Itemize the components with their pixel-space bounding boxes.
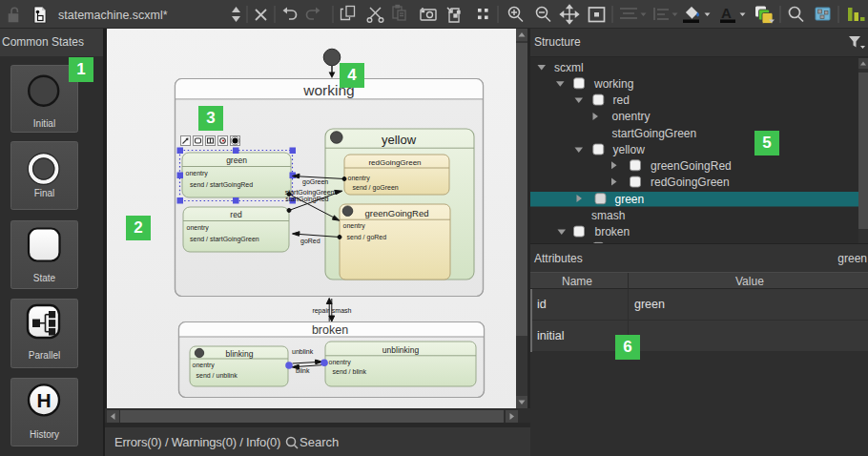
svg-text:onentry: onentry — [187, 224, 210, 232]
svg-text:green: green — [226, 155, 247, 165]
svg-text:onentry: onentry — [193, 362, 216, 369]
svg-text:redGoingGreen: redGoingGreen — [368, 158, 421, 167]
svg-text:green: green — [615, 193, 645, 206]
svg-text:greenGoingRed: greenGoingRed — [364, 208, 428, 218]
svg-text:onentry: onentry — [329, 359, 352, 366]
svg-text:scxml: scxml — [554, 61, 584, 74]
svg-text:Parallel: Parallel — [29, 350, 60, 361]
svg-text:broken: broken — [312, 323, 348, 337]
svg-text:blinking: blinking — [226, 349, 254, 359]
svg-text:smash: smash — [332, 307, 352, 314]
svg-text:statemachine.scxml*: statemachine.scxml* — [58, 9, 168, 22]
svg-text:onentry: onentry — [186, 170, 209, 177]
svg-text:startGoingGreen: startGoingGreen — [612, 127, 697, 140]
svg-text:startGoingRed: startGoingRed — [285, 196, 328, 203]
svg-text:broken: broken — [595, 225, 630, 238]
svg-text:unblinking: unblinking — [382, 345, 420, 355]
svg-text:Final: Final — [34, 188, 55, 198]
svg-text:A: A — [721, 5, 732, 21]
svg-text:red: red — [230, 210, 242, 219]
svg-text:smash: smash — [591, 209, 625, 222]
svg-text:State: State — [33, 273, 56, 283]
svg-text:H: H — [36, 389, 51, 411]
svg-text:onentry: onentry — [343, 222, 366, 230]
svg-text:repair: repair — [312, 307, 330, 315]
svg-text:send / goRed: send / goRed — [347, 234, 387, 241]
svg-text:History: History — [30, 429, 59, 440]
svg-text:onentry: onentry — [612, 110, 651, 123]
svg-text:redGoingGreen: redGoingGreen — [651, 176, 730, 189]
svg-text:working: working — [593, 77, 633, 91]
svg-text:blink: blink — [296, 367, 310, 374]
svg-text:send / startGoingGreen: send / startGoingGreen — [190, 236, 259, 243]
svg-text:goRed: goRed — [300, 238, 320, 245]
svg-text:send / startGoingRed: send / startGoingRed — [190, 181, 253, 189]
svg-text:yellow: yellow — [613, 143, 646, 156]
svg-text:send / blink: send / blink — [333, 368, 367, 375]
svg-text:send / goGreen: send / goGreen — [353, 184, 399, 192]
svg-text:yellow: yellow — [382, 133, 417, 147]
svg-text:Initial: Initial — [33, 118, 55, 129]
svg-text:goGreen: goGreen — [302, 178, 328, 186]
svg-text:greenGoingRed: greenGoingRed — [651, 159, 732, 173]
svg-text:red: red — [613, 93, 630, 107]
svg-text:unblink: unblink — [292, 348, 314, 355]
svg-text:onentry: onentry — [348, 175, 371, 182]
svg-text:send / unblink: send / unblink — [196, 372, 238, 379]
